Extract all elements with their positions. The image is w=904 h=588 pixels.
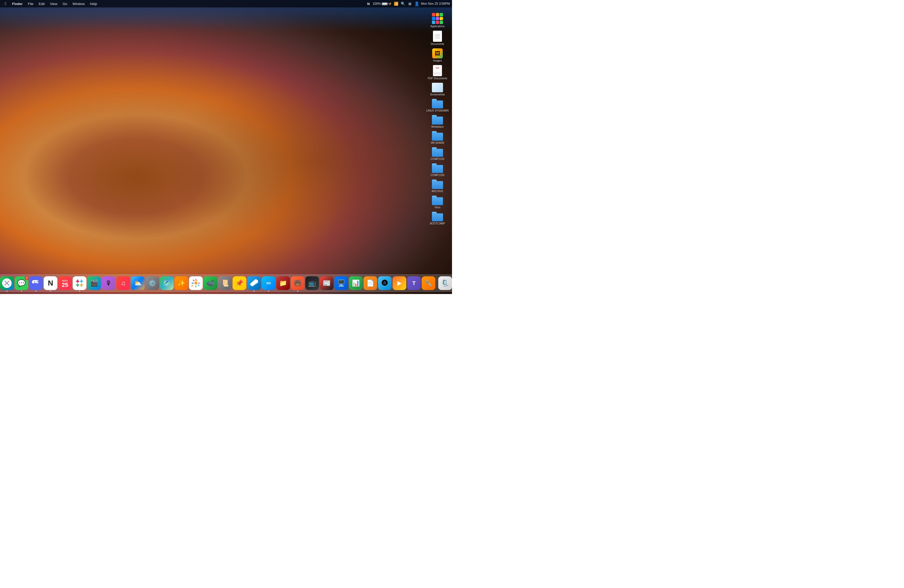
bear-dot [297, 291, 298, 292]
dock-item-photos[interactable] [189, 276, 203, 290]
messages-app-icon[interactable]: 💬 1 [14, 276, 28, 290]
control-center-icon[interactable]: ⊕ [407, 1, 412, 6]
dock-item-pages[interactable]: 📄 [363, 276, 377, 290]
dock-item-settings[interactable]: ⚙️ [145, 276, 159, 290]
folder-body [432, 165, 443, 173]
prompt3-app-icon[interactable]: ▶ [392, 276, 406, 290]
sidebar-item-linux-sysadmin[interactable]: LINUX SYSADMIN [423, 98, 452, 114]
dock-item-notion[interactable]: N [44, 276, 57, 290]
apple-tv-app-icon[interactable]: 📺 [305, 276, 319, 290]
dock-item-facetime[interactable]: 📹 [204, 276, 217, 290]
bear-app-icon[interactable]: 🐻 [291, 276, 305, 290]
dock-item-betterzip[interactable]: 🗜️ [438, 276, 452, 290]
dock-item-numbers[interactable]: 📊 [349, 276, 363, 290]
sidebar-item-screenshots[interactable]: 🖥 Screenshots [423, 82, 452, 97]
folder-body [432, 133, 443, 141]
folder-body [432, 149, 443, 157]
dock-item-apple-tv[interactable]: 📺 [305, 276, 319, 290]
sidebar-item-vbox[interactable]: Vbox [423, 194, 452, 210]
touch-retouch-app-icon[interactable]: ✨ [174, 276, 188, 290]
dock-item-remotix[interactable]: 🖥️ [334, 276, 348, 290]
weather-app-icon[interactable]: ⛅ [131, 276, 145, 290]
podcasts-app-icon[interactable]: 🎙 [102, 276, 115, 290]
dock-item-appstore[interactable]: 🅐 [378, 276, 392, 290]
vscode-dot [253, 291, 254, 292]
dock-item-slack[interactable] [73, 276, 87, 290]
scripts-app-icon[interactable]: 📜 [218, 276, 232, 290]
music-app-icon[interactable]: ♫ [116, 276, 130, 290]
sidebar-item-images[interactable]: 🖼 Images [423, 47, 452, 63]
dock-item-weather[interactable]: ⛅ [131, 276, 145, 290]
menu-view[interactable]: View [48, 1, 60, 6]
battery-percent: 100% [373, 2, 381, 6]
dock-item-messages[interactable]: 💬 1 [14, 276, 28, 290]
photos-app-icon[interactable] [189, 276, 203, 290]
slack-app-icon[interactable] [73, 276, 87, 290]
menu-help[interactable]: Help [88, 1, 99, 6]
dock-item-maps[interactable]: 🗺️ [160, 276, 174, 290]
numbers-app-icon[interactable]: 📊 [349, 276, 363, 290]
facetime-app-icon[interactable]: 📹 [204, 276, 217, 290]
folder-body [432, 117, 443, 125]
webstorm-app-icon[interactable]: WS [262, 276, 275, 290]
notion-app-icon[interactable]: N [44, 276, 57, 290]
menu-finder[interactable]: Finder [10, 1, 25, 6]
dock-item-webstorm[interactable]: WS [262, 276, 275, 290]
user-avatar[interactable]: 👤 [414, 1, 419, 6]
betterzip-app-icon[interactable]: 🗜️ [438, 276, 452, 290]
sidebar-item-comp2155[interactable]: COMP2155 [423, 146, 452, 162]
claquette-app-icon[interactable]: 🎬 [87, 276, 101, 290]
sidebar-item-vm-share[interactable]: VM SHARE [423, 130, 452, 146]
spotlight-search-icon[interactable]: 🔍 [400, 1, 406, 6]
dock-item-filezilla[interactable]: 📁 [276, 276, 290, 290]
settings-app-icon[interactable]: ⚙️ [145, 276, 159, 290]
apple-menu[interactable]:  [2, 1, 9, 6]
stickies-app-icon[interactable]: 📌 [232, 276, 247, 290]
news-app-icon[interactable]: 📰 [320, 276, 333, 290]
sidebar-item-comp1250[interactable]: COMP1250 [423, 162, 452, 178]
dock-item-retcon[interactable]: 🔧 [422, 276, 435, 290]
safari-app-icon[interactable] [0, 276, 14, 290]
discord-app-icon[interactable] [29, 276, 43, 290]
dock-item-scripts[interactable]: 📜 [218, 276, 232, 290]
dock-item-podcasts[interactable]: 🎙 [102, 276, 115, 290]
menubar-datetime[interactable]: Mon Nov 25 3:56PM [421, 2, 450, 6]
filezilla-app-icon[interactable]: 📁 [276, 276, 290, 290]
dock-item-stickies[interactable]: 📌 [232, 276, 247, 290]
fantastical-app-icon[interactable]: NOV 25 [58, 276, 72, 290]
dock-item-music[interactable]: ♫ [116, 276, 130, 290]
menu-file[interactable]: File [26, 1, 36, 6]
sidebar-item-workplace[interactable]: Workplace [423, 114, 452, 130]
appstore-app-icon[interactable]: 🅐 [378, 276, 392, 290]
sidebar-item-bootcamp[interactable]: BOOTCAMP [423, 211, 452, 226]
remotix-app-icon[interactable]: 🖥️ [334, 276, 348, 290]
menu-go[interactable]: Go [60, 1, 69, 6]
comp2155-label: COMP2155 [431, 158, 444, 161]
sidebar-item-pdf-documents[interactable]: PDF Documents [423, 64, 452, 81]
sidebar-item-documents[interactable]: Documents [423, 30, 452, 47]
notion-menubar-icon[interactable]: N [366, 1, 371, 6]
pages-app-icon[interactable]: 📄 [363, 276, 377, 290]
dock-item-claquette[interactable]: 🎬 [87, 276, 101, 290]
menu-edit[interactable]: Edit [37, 1, 47, 6]
dock-item-vscode[interactable] [247, 276, 261, 290]
dock-item-discord[interactable] [29, 276, 43, 290]
maps-app-icon[interactable]: 🗺️ [160, 276, 174, 290]
menu-window[interactable]: Window [70, 1, 87, 6]
dock-item-news[interactable]: 📰 [320, 276, 333, 290]
screenshots-icon: 🖥 [432, 83, 443, 92]
tuple-app-icon[interactable]: T [407, 276, 421, 290]
sidebar-item-applications[interactable]: Applications [423, 12, 452, 29]
dock-item-safari[interactable] [0, 276, 14, 290]
sidebar-item-archive[interactable]: ARCHIVE [423, 179, 452, 194]
dock-item-fantastical[interactable]: NOV 25 [58, 276, 72, 290]
vscode-app-icon[interactable] [247, 276, 261, 290]
folder-body [432, 213, 443, 221]
pdf-documents-icon [433, 65, 442, 76]
dock-item-touch-retouch[interactable]: ✨ [174, 276, 188, 290]
retcon-app-icon[interactable]: 🔧 [422, 276, 435, 290]
wifi-icon[interactable]: 📶 [394, 1, 399, 6]
dock-item-prompt3[interactable]: ▶ [392, 276, 406, 290]
dock-item-bear[interactable]: 🐻 [291, 276, 305, 290]
dock-item-tuple[interactable]: T [407, 276, 421, 290]
